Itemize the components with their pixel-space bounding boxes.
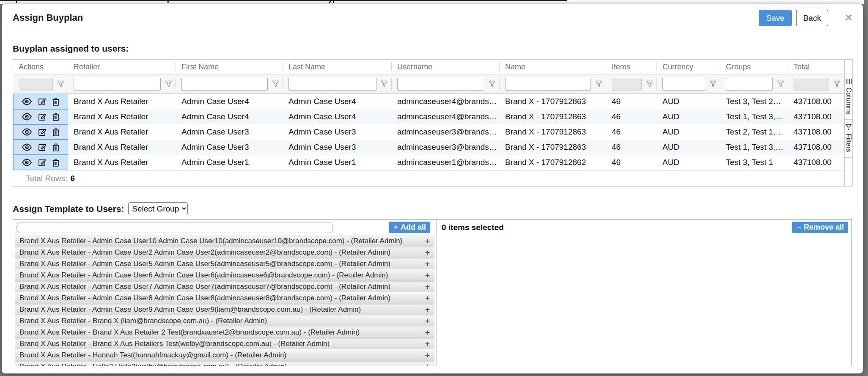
add-user-icon[interactable]: + bbox=[425, 271, 430, 280]
view-button[interactable] bbox=[22, 143, 32, 151]
modal-title: Assign Buyplan bbox=[13, 12, 83, 23]
delete-button[interactable] bbox=[52, 97, 60, 106]
view-button[interactable] bbox=[22, 128, 32, 136]
edit-button[interactable] bbox=[38, 113, 47, 121]
available-user-item[interactable]: Brand X Aus Retailer - Admin Case User10… bbox=[15, 236, 434, 247]
column-header-groups[interactable]: Groups bbox=[720, 60, 788, 74]
add-all-button[interactable]: + Add all bbox=[389, 222, 430, 233]
edit-button[interactable] bbox=[38, 143, 47, 151]
add-user-icon[interactable]: + bbox=[425, 282, 430, 291]
add-user-icon[interactable]: + bbox=[425, 351, 430, 360]
column-header-name[interactable]: Name bbox=[500, 60, 606, 74]
column-header-items[interactable]: Items bbox=[606, 60, 657, 74]
delete-button[interactable] bbox=[52, 143, 60, 151]
filter-input-first-name[interactable] bbox=[181, 78, 268, 91]
row-cell-groups: Test 1, Test 3,… bbox=[720, 143, 788, 152]
column-header-actions[interactable]: Actions bbox=[13, 60, 68, 74]
add-user-icon[interactable]: + bbox=[425, 339, 430, 349]
add-user-icon[interactable]: + bbox=[425, 305, 430, 314]
available-user-item[interactable]: Brand X Aus Retailer - Hello2 Hello2(wel… bbox=[15, 361, 434, 366]
row-cell-last-name: Admin Case User3 bbox=[283, 127, 392, 137]
filter-input-name[interactable] bbox=[505, 78, 591, 91]
delete-button[interactable] bbox=[52, 128, 60, 136]
column-header-last-name[interactable]: Last Name bbox=[283, 60, 392, 74]
table-row[interactable]: Brand X Aus RetailerAdmin Case User4Admi… bbox=[13, 109, 844, 124]
available-user-item[interactable]: Brand X Aus Retailer - Admin Case User2 … bbox=[15, 247, 434, 258]
view-button[interactable] bbox=[22, 113, 32, 121]
available-user-item[interactable]: Brand X Aus Retailer - Brand X Aus Retai… bbox=[15, 338, 434, 349]
group-select[interactable]: Select Group bbox=[128, 202, 188, 215]
filter-menu-button-items[interactable] bbox=[645, 80, 654, 88]
delete-button[interactable] bbox=[52, 158, 60, 167]
plus-icon: + bbox=[393, 223, 398, 232]
filter-menu-button-username[interactable] bbox=[488, 80, 496, 88]
filter-menu-button-currency[interactable] bbox=[709, 80, 717, 88]
add-user-icon[interactable]: + bbox=[425, 236, 430, 246]
edit-button[interactable] bbox=[38, 97, 47, 106]
view-button[interactable] bbox=[22, 98, 32, 105]
row-cell-name: Brand X - 1707912863 bbox=[500, 112, 606, 121]
save-button[interactable]: Save bbox=[759, 10, 791, 26]
row-cell-username: admincaseuser4@brandsc… bbox=[392, 97, 500, 106]
filter-funnel-icon bbox=[381, 80, 388, 88]
close-icon[interactable]: ✕ bbox=[844, 13, 853, 23]
filter-menu-button-retailer[interactable] bbox=[164, 80, 173, 88]
filter-menu-button-actions[interactable] bbox=[56, 80, 65, 88]
background-page-strip: templates Print & Em Templates Buyplan A… bbox=[0, 0, 864, 4]
filter-input-last-name[interactable] bbox=[288, 78, 376, 91]
row-cell-currency: AUD bbox=[657, 127, 720, 137]
add-user-icon[interactable]: + bbox=[425, 362, 430, 366]
column-header-retailer[interactable]: Retailer bbox=[68, 60, 176, 74]
filter-menu-button-groups[interactable] bbox=[776, 80, 785, 88]
available-user-item[interactable]: Brand X Aus Retailer - Admin Case User5 … bbox=[15, 258, 434, 269]
edit-button[interactable] bbox=[38, 128, 47, 136]
assign-buyplan-modal: Assign Buyplan Save Back ✕ Buyplan assig… bbox=[2, 4, 863, 373]
table-row[interactable]: Brand X Aus RetailerAdmin Case User3Admi… bbox=[13, 124, 844, 140]
filter-input-username[interactable] bbox=[397, 78, 484, 91]
assigned-users-heading: Buyplan assigned to users: bbox=[13, 44, 852, 54]
filter-input-groups[interactable] bbox=[726, 78, 773, 91]
total-rows-bar: Total Rows: 6 bbox=[13, 170, 844, 186]
filter-input-currency[interactable] bbox=[662, 78, 705, 91]
table-row[interactable]: Brand X Aus RetailerAdmin Case User3Admi… bbox=[13, 140, 844, 155]
table-row[interactable]: Brand X Aus RetailerAdmin Case User4Admi… bbox=[13, 94, 844, 109]
available-user-item[interactable]: Brand X Aus Retailer - Admin Case User9 … bbox=[15, 304, 434, 315]
available-user-item[interactable]: Brand X Aus Retailer - Admin Case User6 … bbox=[15, 270, 434, 281]
columns-icon bbox=[846, 78, 852, 85]
add-user-icon[interactable]: + bbox=[425, 328, 430, 337]
available-user-item[interactable]: Brand X Aus Retailer - Brand X (liam@bra… bbox=[15, 316, 434, 327]
filter-input-retailer[interactable] bbox=[74, 78, 161, 91]
filter-menu-button-total[interactable] bbox=[832, 80, 841, 88]
user-search-input[interactable] bbox=[16, 222, 333, 233]
column-header-username[interactable]: Username bbox=[392, 60, 500, 74]
remove-all-button[interactable]: − Remove all bbox=[792, 222, 848, 233]
add-user-icon[interactable]: + bbox=[425, 316, 430, 326]
available-user-item[interactable]: Brand X Aus Retailer - Admin Case User8 … bbox=[15, 293, 434, 304]
available-user-item[interactable]: Brand X Aus Retailer - Brand X Aus Retai… bbox=[15, 327, 434, 338]
filters-tab[interactable]: Filters bbox=[845, 120, 852, 158]
column-header-currency[interactable]: Currency bbox=[657, 60, 720, 74]
delete-button[interactable] bbox=[52, 113, 60, 121]
filter-menu-button-name[interactable] bbox=[594, 80, 603, 88]
filter-menu-button-last-name[interactable] bbox=[380, 80, 388, 88]
column-header-total[interactable]: Total bbox=[788, 60, 844, 74]
add-user-icon[interactable]: + bbox=[425, 259, 430, 269]
table-row[interactable]: Brand X Aus RetailerAdmin Case User1Admi… bbox=[13, 155, 844, 170]
row-cell-items: 46 bbox=[606, 143, 657, 152]
view-button[interactable] bbox=[22, 159, 32, 166]
add-user-icon[interactable]: + bbox=[425, 248, 430, 257]
add-user-icon[interactable]: + bbox=[425, 294, 430, 303]
edit-button[interactable] bbox=[38, 158, 47, 167]
columns-tab[interactable]: Columns bbox=[845, 74, 852, 120]
filter-funnel-icon bbox=[57, 80, 64, 88]
row-cell-first-name: Admin Case User1 bbox=[176, 158, 283, 167]
column-header-first-name[interactable]: First Name bbox=[176, 60, 283, 74]
available-user-item[interactable]: Brand X Aus Retailer - Hannah Test(hanna… bbox=[15, 350, 434, 361]
total-rows-value: 6 bbox=[70, 174, 75, 183]
available-user-item[interactable]: Brand X Aus Retailer - Admin Case User7 … bbox=[15, 281, 434, 292]
back-button[interactable]: Back bbox=[796, 10, 828, 26]
available-user-label: Brand X Aus Retailer - Admin Case User5 … bbox=[19, 260, 425, 268]
side-panel-spacer bbox=[845, 60, 852, 74]
available-user-label: Brand X Aus Retailer - Hannah Test(hanna… bbox=[19, 351, 425, 360]
filter-menu-button-first-name[interactable] bbox=[271, 80, 280, 88]
